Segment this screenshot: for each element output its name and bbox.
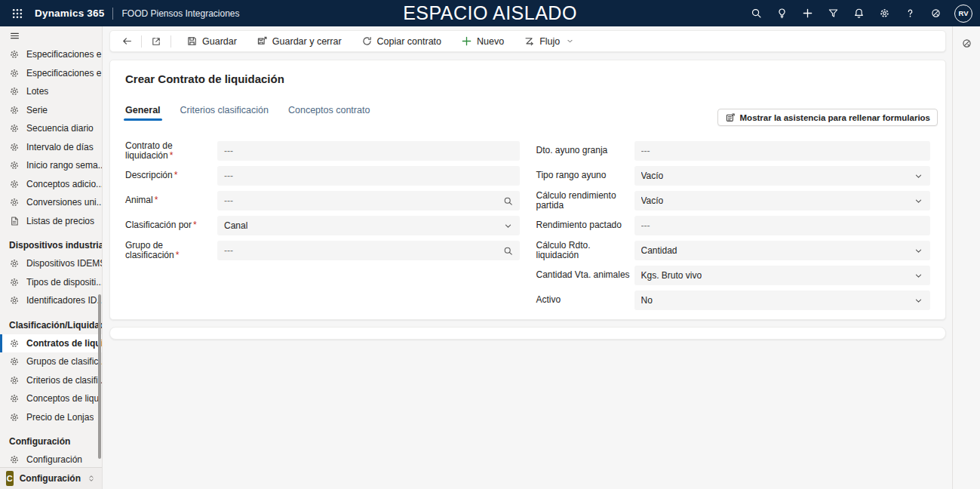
field-label: Contrato de liquidación (125, 140, 173, 161)
save-button[interactable]: Guardar (186, 35, 237, 47)
popout-icon (151, 36, 161, 47)
filter-button[interactable] (823, 4, 843, 23)
settings-button[interactable] (874, 4, 894, 23)
cantidad-vta-animales-select[interactable]: Kgs. Bruto vivo (634, 266, 931, 285)
field-label: Dto. ayuno granja (536, 146, 634, 155)
descripcion-input[interactable]: --- (217, 166, 520, 186)
sidebar-item-especificaciones-1[interactable]: Especificaciones e... (0, 45, 102, 64)
sidebar-item-secuencia-diario[interactable]: Secuencia diario (0, 119, 102, 138)
page-title: Crear Contrato de liquidación (125, 72, 930, 85)
tab-general[interactable]: General (125, 105, 161, 121)
search-icon (751, 8, 762, 19)
field-descripcion: Descripción* --- (125, 166, 520, 186)
entity-gear-icon (9, 123, 20, 134)
chevron-updown-icon (87, 474, 96, 483)
quick-create-button[interactable] (797, 4, 817, 23)
field-label: Cantidad Vta. animales (536, 270, 634, 280)
entity-gear-icon (9, 295, 20, 306)
entity-gear-icon (9, 258, 20, 269)
entity-gear-icon (9, 49, 20, 60)
required-marker: * (155, 195, 158, 205)
lookup-search-icon[interactable] (503, 246, 513, 256)
gear-icon (879, 8, 890, 19)
open-new-window-button[interactable] (147, 32, 165, 51)
field-label: Clasificación por (125, 220, 192, 230)
animal-lookup[interactable]: --- (217, 191, 520, 211)
field-value: Vacío (641, 171, 664, 181)
help-button[interactable] (900, 4, 920, 23)
sidebar-section-configuracion: Configuración (0, 432, 102, 451)
search-button[interactable] (746, 4, 766, 23)
back-button[interactable] (118, 32, 136, 51)
sidebar-item-inicio-rango[interactable]: Inicio rango sema... (0, 156, 102, 175)
sidebar-item-especificaciones-2[interactable]: Especificaciones e... (0, 64, 102, 83)
entity-gear-icon (9, 197, 20, 208)
form-fill-assist-button[interactable]: Mostrar la asistencia para rellenar form… (717, 109, 938, 126)
field-value: Cantidad (641, 245, 677, 256)
sidebar-section-dispositivos: Dispositivos industriales (0, 236, 102, 254)
sidebar-item-contratos-liquidacion[interactable]: Contratos de liqui... (0, 334, 102, 353)
notifications-button[interactable] (849, 4, 868, 23)
sidebar-item-intervalo-dias[interactable]: Intervalo de días (0, 138, 102, 157)
tab-conceptos-contrato[interactable]: Conceptos contrato (288, 105, 370, 121)
app-name[interactable]: FOOD Piensos Integraciones (121, 8, 239, 19)
chevron-down-icon[interactable] (914, 271, 923, 281)
clasificacion-por-select[interactable]: Canal (217, 216, 520, 235)
tab-criterios-clasificacion[interactable]: Criterios clasificación (180, 105, 269, 121)
sidebar-item-conceptos-adicionales[interactable]: Conceptos adicio... (0, 175, 102, 194)
field-value: Vacío (641, 195, 664, 206)
tipo-rango-ayuno-select[interactable]: Vacío (634, 166, 931, 186)
chevron-down-icon[interactable] (914, 171, 923, 181)
grupo-clasificacion-lookup[interactable]: --- (217, 241, 520, 260)
sidebar-item-tipos-dispositivos[interactable]: Tipos de dispositi... (0, 273, 102, 292)
chevron-down-icon[interactable] (914, 246, 923, 256)
entity-gear-icon (9, 160, 20, 171)
calculo-rendimiento-partida-select[interactable]: Vacío (634, 191, 931, 211)
chevron-down-icon[interactable] (503, 221, 513, 231)
required-marker: * (193, 220, 197, 230)
entity-gear-icon (9, 277, 20, 288)
chevron-down-icon[interactable] (914, 296, 923, 306)
sidebar-item-lotes[interactable]: Lotes (0, 82, 102, 101)
dto-ayuno-granja-input[interactable]: --- (634, 141, 931, 161)
required-marker: * (176, 250, 180, 260)
calculo-rdto-liquidacion-select[interactable]: Cantidad (634, 241, 931, 260)
sidebar-collapse-button[interactable] (0, 26, 102, 45)
chevron-down-icon[interactable] (914, 196, 923, 206)
sidebar-item-precio-lonjas[interactable]: Precio de Lonjas (0, 408, 102, 427)
sidebar-item-conversiones[interactable]: Conversiones uni... (0, 193, 102, 212)
plus-icon (802, 8, 813, 19)
sidebar-item-listas-precios[interactable]: Listas de precios (0, 212, 102, 231)
flow-button[interactable]: Flujo (524, 35, 574, 47)
sidebar-item-criterios-clasificacion[interactable]: Criterios de clasifi... (0, 371, 102, 390)
lookup-search-icon[interactable] (503, 196, 513, 206)
sidebar-scrollbar[interactable] (98, 294, 101, 459)
field-label: Rendimiento pactado (536, 220, 634, 230)
sidebar-item-conceptos-liquidacion[interactable]: Conceptos de liqu... (0, 389, 102, 408)
area-switcher[interactable]: C Configuración (0, 467, 102, 489)
sidebar-item-serie[interactable]: Serie (0, 101, 102, 120)
rail-copilot-button[interactable] (958, 35, 975, 51)
copy-contract-button[interactable]: Copiar contrato (361, 35, 441, 47)
lightbulb-button[interactable] (772, 4, 791, 23)
new-button[interactable]: Nuevo (461, 35, 504, 47)
field-value: --- (224, 171, 233, 181)
sidebar-item-configuracion[interactable]: Configuración (0, 451, 102, 467)
field-label: Descripción (125, 170, 173, 180)
sidebar-item-grupos-clasificacion[interactable]: Grupos de clasific... (0, 352, 102, 371)
waffle-menu-button[interactable] (0, 0, 35, 26)
header-actions: RV (746, 4, 980, 23)
lightbulb-icon (776, 8, 788, 19)
sidebar-item-identificadores[interactable]: Identificadores ID... (0, 291, 102, 310)
copilot-button[interactable] (926, 4, 945, 23)
avatar[interactable]: RV (954, 5, 972, 23)
activo-select[interactable]: No (634, 291, 931, 310)
bell-icon (853, 8, 865, 19)
rendimiento-pactado-input[interactable]: --- (634, 216, 931, 235)
hamburger-icon (9, 30, 20, 42)
contrato-liquidacion-input[interactable]: --- (217, 141, 520, 161)
save-and-close-button[interactable]: Guardar y cerrar (257, 35, 342, 47)
entity-gear-icon (9, 179, 20, 189)
brand-title[interactable]: Dynamics 365 (35, 8, 104, 19)
sidebar-item-dispositivos-idems[interactable]: Dispositivos IDEMS (0, 254, 102, 273)
